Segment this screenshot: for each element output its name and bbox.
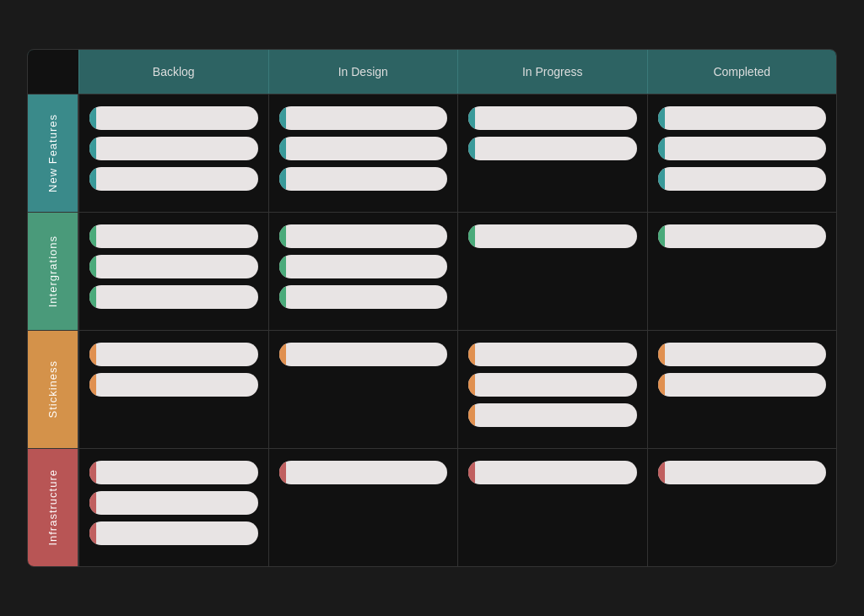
card[interactable] [468, 343, 637, 366]
card-body [286, 285, 448, 309]
row-label-cell-stickiness: Stickiness [28, 331, 78, 448]
card-accent [279, 167, 286, 191]
card-accent [89, 106, 96, 130]
card-body [286, 167, 448, 191]
card-accent [89, 224, 96, 248]
card[interactable] [279, 285, 448, 309]
board-cell-integrations-col2 [457, 213, 647, 330]
card-accent [468, 224, 475, 248]
card[interactable] [658, 137, 827, 160]
card[interactable] [279, 224, 448, 248]
card-body [96, 461, 258, 484]
card[interactable] [89, 167, 258, 191]
board-cell-stickiness-col0 [78, 331, 268, 448]
board-cell-new-features-col1 [268, 95, 458, 212]
row-label-cell-infrastructure: Infrastructure [28, 449, 78, 566]
card-body [665, 167, 827, 191]
row-label-infrastructure: Infrastructure [46, 462, 59, 553]
row-label-stickiness: Stickiness [46, 354, 59, 425]
card[interactable] [279, 137, 448, 160]
card-body [475, 224, 637, 248]
card[interactable] [89, 137, 258, 160]
card-accent [658, 343, 665, 366]
card-body [96, 521, 258, 545]
card[interactable] [89, 373, 258, 397]
card[interactable] [658, 106, 827, 130]
card[interactable] [89, 461, 258, 484]
card-body [665, 343, 827, 366]
card[interactable] [279, 167, 448, 191]
card-body [475, 137, 637, 160]
card-accent [89, 167, 96, 191]
card-body [96, 343, 258, 366]
board-cell-stickiness-col2 [457, 331, 647, 448]
board-cell-infrastructure-col3 [647, 449, 837, 566]
card[interactable] [279, 461, 448, 484]
column-header-backlog: Backlog [78, 50, 268, 94]
column-header-completed: Completed [647, 50, 837, 94]
card[interactable] [89, 491, 258, 515]
board-row-integrations: Intergrations [28, 212, 836, 330]
card[interactable] [89, 224, 258, 248]
card[interactable] [89, 521, 258, 545]
card[interactable] [468, 461, 637, 484]
card-body [665, 373, 827, 397]
card-accent [468, 343, 475, 366]
card-accent [468, 373, 475, 397]
card-body [475, 373, 637, 397]
card-body [475, 343, 637, 366]
card[interactable] [468, 106, 637, 130]
card-body [286, 137, 448, 160]
card-body [96, 167, 258, 191]
card-body [96, 224, 258, 248]
card-accent [279, 343, 286, 366]
card[interactable] [468, 224, 637, 248]
card-accent [89, 255, 96, 278]
card[interactable] [468, 137, 637, 160]
card-accent [279, 224, 286, 248]
board-cell-integrations-col3 [647, 213, 837, 330]
row-label-new-features: New Features [46, 107, 59, 199]
card-accent [468, 106, 475, 130]
board-body: New FeaturesIntergrationsStickinessInfra… [28, 94, 836, 566]
card[interactable] [468, 403, 637, 427]
card[interactable] [279, 343, 448, 366]
card[interactable] [658, 461, 827, 484]
card-accent [279, 285, 286, 309]
board-cell-integrations-col1 [268, 213, 458, 330]
card-body [475, 461, 637, 484]
card-accent [279, 461, 286, 484]
card-accent [89, 491, 96, 515]
card-body [286, 255, 448, 278]
card-accent [658, 224, 665, 248]
header-corner [28, 50, 78, 94]
card[interactable] [89, 343, 258, 366]
column-headers: BacklogIn DesignIn ProgressCompleted [28, 50, 836, 94]
row-label-integrations: Intergrations [46, 229, 59, 314]
card-body [665, 224, 827, 248]
card-body [286, 224, 448, 248]
board-row-new-features: New Features [28, 94, 836, 212]
card[interactable] [89, 106, 258, 130]
column-header-in-design: In Design [268, 50, 458, 94]
board-cell-new-features-col2 [457, 95, 647, 212]
card[interactable] [658, 167, 827, 191]
card-body [96, 373, 258, 397]
card[interactable] [658, 224, 827, 248]
board-cell-integrations-col0 [78, 213, 268, 330]
card-body [96, 255, 258, 278]
card[interactable] [89, 255, 258, 278]
card[interactable] [279, 106, 448, 130]
card-body [665, 106, 827, 130]
row-label-cell-integrations: Intergrations [28, 213, 78, 330]
card-accent [89, 343, 96, 366]
card[interactable] [658, 343, 827, 366]
card-accent [468, 137, 475, 160]
card[interactable] [658, 373, 827, 397]
card-body [475, 403, 637, 427]
card-body [96, 285, 258, 309]
card[interactable] [89, 285, 258, 309]
card[interactable] [468, 373, 637, 397]
card[interactable] [279, 255, 448, 278]
board-cell-infrastructure-col0 [78, 449, 268, 566]
